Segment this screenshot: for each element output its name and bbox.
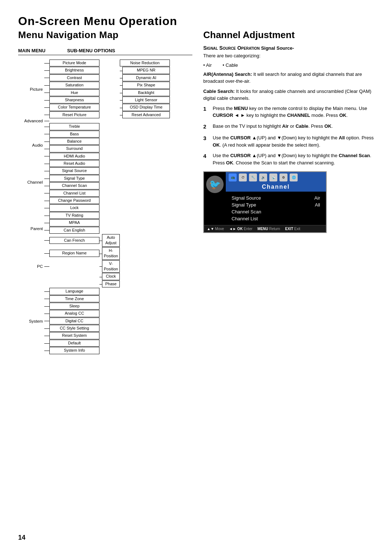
main-label-system: System [29, 319, 43, 323]
menu-item-reset-audio: Reset Audio [49, 160, 99, 167]
menu-item-hdmi-audio: HDMI Audio [49, 153, 99, 160]
menu-item-hue: Hue [49, 89, 99, 96]
tv-item-label-2: Signal Type [232, 202, 256, 208]
tv-icon-4: 🔊 [259, 173, 267, 181]
menu-item-channel-list: Channel List [49, 190, 99, 197]
menu-item-lock: Lock [49, 204, 99, 211]
menu-item-pix-shape: Pix Shape [122, 82, 170, 89]
bullet-air: Air [203, 62, 212, 68]
tv-menu-item-channel-scan: Channel Scan [232, 208, 320, 215]
main-label-advanced: Advanced [24, 119, 43, 123]
menu-item-reset-advanced: Reset Advanced [122, 111, 170, 118]
menu-item-osd-display-time: OSD Display Time [122, 104, 170, 111]
tv-icon-1: 📺 [229, 173, 237, 181]
right-column: Channel Adjustment Signal Source Operati… [203, 29, 374, 233]
tv-icon-3: 🔧 [249, 173, 257, 181]
step-2-text: Base on the TV input to highlight Air or… [213, 123, 333, 131]
main-label-pc: PC [37, 264, 43, 269]
signal-label-caps: Signal Source Operation [203, 45, 260, 51]
left-column: Menu Navigation Map Main Menu Sub-Menu O… [18, 29, 192, 355]
menu-item-mpeg-nr: MPEG NR [122, 67, 170, 74]
menu-item-system-info: System Info [49, 347, 99, 354]
tv-channel-title-bar: Channel [226, 183, 326, 192]
tv-item-value-1: Air [314, 195, 320, 201]
tv-nav-exit: EXIT Exit [285, 227, 301, 231]
tree-row-advanced: Advanced [18, 119, 170, 123]
menu-item-bass: Bass [49, 131, 99, 138]
menu-item-analog-cc: Analog CC [49, 310, 99, 317]
menu-item-mpaa: MPAA [49, 219, 99, 226]
tv-menu-list: Signal Source Air Signal Type All Channe… [226, 192, 326, 225]
menu-item-h-position: H-Position [102, 247, 120, 260]
menu-item-signal-source: Signal Source [49, 167, 99, 174]
menu-item-noise-reduction: Noise Reduction [120, 60, 170, 66]
menu-item-reset-picture: Reset Picture [49, 111, 99, 118]
menu-item-default: Default [49, 340, 99, 347]
tv-nav-return: MENU Return [257, 227, 280, 231]
menu-item-time-zone: Time Zone [49, 295, 99, 302]
air-search-label: AIR(Antenna) Search: [203, 71, 252, 77]
tv-menu-item-signal-type: Signal Type All [232, 201, 320, 208]
channel-title: Channel Adjustment [203, 29, 374, 41]
tree-row: Phase [18, 281, 170, 288]
tv-screen: 🐦 📺 ⏱ 🔧 🔊 📡 ⚙ 🌐 [203, 171, 327, 233]
bullet-cable: Cable [222, 62, 238, 68]
tree-row: Parent Change Password [18, 197, 170, 204]
step-3: 3 Use the CURSOR ▲(UP) and ▼(Down) key t… [203, 134, 374, 148]
tv-menu-item-signal-source: Signal Source Air [232, 195, 320, 201]
menu-item-cc-style-setting: CC Style Setting [49, 325, 99, 332]
menu-item-digital-cc: Digital CC [49, 318, 99, 324]
main-title: On-Screen Menu Operation [18, 15, 374, 28]
air-search-para: AIR(Antenna) Search: It will search for … [203, 71, 374, 85]
menu-item-color-temperature: Color Temperature [49, 104, 99, 111]
source-bullets: Air Cable [203, 62, 374, 68]
menu-item-auto-adjust: Auto Adjust [102, 234, 120, 247]
step-3-text: Use the CURSOR ▲(UP) and ▼(Down) key to … [213, 134, 374, 148]
menu-item-balance: Balance [49, 138, 99, 145]
tree-row: PC V-Position [18, 260, 170, 273]
tree-row: Channel Signal Source [18, 167, 170, 175]
categories-intro: There are two categorizing: [203, 52, 374, 60]
step-3-num: 3 [203, 134, 209, 148]
menu-item-saturation: Saturation [49, 82, 99, 89]
menu-item-change-password: Change Password [49, 197, 99, 204]
submenu-header: Sub-Menu Options [67, 48, 115, 53]
tv-right-content: 📺 ⏱ 🔧 🔊 📡 ⚙ 🌐 Channel [226, 172, 326, 225]
main-label-picture: Picture [30, 87, 43, 91]
menu-item-backlight: Backlight [122, 89, 170, 96]
step-4-text: Use the CURSOR ▲(UP) and ▼(Down) key to … [213, 152, 374, 166]
tv-icon-7: 🌐 [290, 173, 298, 181]
step-1-text: Press the MENU key on the remote control… [213, 105, 374, 119]
menu-item-phase: Phase [102, 281, 120, 287]
step-4: 4 Use the CURSOR ▲(UP) and ▼(Down) key t… [203, 152, 374, 166]
tv-nav-enter: ◄► OK Enter [229, 227, 252, 231]
menu-item-reset-system: Reset System [49, 332, 99, 339]
menu-item-treble: Treble [49, 123, 99, 130]
menu-item-sleep: Sleep [49, 303, 99, 310]
steps-container: 1 Press the MENU key on the remote contr… [203, 105, 374, 167]
page-number: 14 [18, 534, 25, 541]
tv-icon-6: ⚙ [279, 173, 287, 181]
tree-row: System Language [18, 288, 170, 295]
menu-item-signal-type: Signal Type [49, 175, 99, 182]
menu-item-dynamic-ai: Dynamic AI [122, 74, 170, 81]
nav-map-header: Main Menu Sub-Menu Options [18, 48, 192, 55]
tree-row: Audio Treble [18, 123, 170, 130]
tv-icon-2: ⏱ [239, 173, 247, 181]
main-label-channel: Channel [27, 180, 43, 184]
tv-mascot-area: 🐦 [204, 172, 226, 225]
tree-row: Picture Picture Mode [18, 60, 170, 67]
step-2: 2 Base on the TV input to highlight Air … [203, 123, 374, 131]
main-menu-header: Main Menu [18, 48, 45, 53]
main-label-audio: Audio [32, 143, 43, 147]
tv-nav-move: ▲▼ Move [207, 227, 224, 231]
main-label-parent: Parent [30, 226, 43, 231]
step-4-num: 4 [203, 152, 209, 166]
step-2-num: 2 [203, 123, 209, 131]
menu-tree: Picture Picture Mode [18, 58, 192, 355]
sub-title: Menu Navigation Map [18, 29, 192, 41]
menu-item-picture-mode: Picture Mode [49, 60, 99, 66]
tv-item-value-2: All [315, 202, 320, 208]
tv-channel-label: Channel [262, 184, 290, 190]
menu-item-region-name: Region Name [49, 250, 99, 257]
